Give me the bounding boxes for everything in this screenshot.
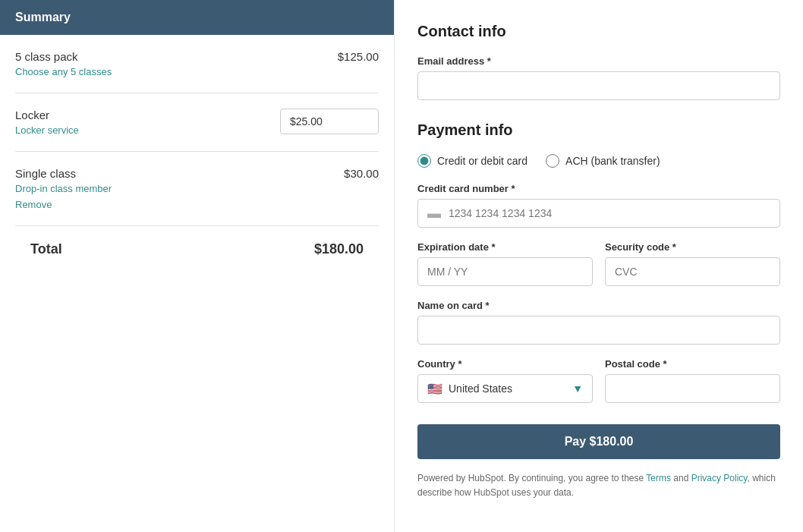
expiry-group: Expiration date * [417, 241, 593, 286]
radio-ach-label: ACH (bank transfer) [565, 155, 660, 167]
total-label: Total [30, 241, 62, 257]
expiry-input[interactable] [417, 257, 593, 286]
name-on-card-input[interactable] [417, 316, 780, 345]
postal-group: Postal code * [605, 358, 780, 403]
cc-number-label: Credit card number * [417, 183, 780, 194]
privacy-link[interactable]: Privacy Policy [691, 473, 748, 483]
radio-card-label: Credit or debit card [437, 155, 527, 167]
email-input[interactable] [417, 71, 780, 100]
summary-panel: Summary 5 class pack Choose any 5 classe… [0, 0, 395, 532]
contact-section: Contact info Email address * [417, 23, 780, 100]
summary-item-locker: Locker Locker service [15, 93, 379, 152]
expiry-cvc-row: Expiration date * Security code * [417, 241, 780, 286]
item-price-classpack: $125.00 [338, 50, 379, 63]
payment-options: Credit or debit card ACH (bank transfer) [417, 154, 780, 168]
email-label: Email address * [417, 55, 780, 67]
summary-header: Summary [0, 0, 394, 35]
credit-card-icon: ▬ [427, 206, 441, 222]
footer-text-before: Powered by HubSpot. By continuing, you a… [417, 473, 646, 483]
summary-item-singleclass: Single class Drop-in class member Remove… [15, 152, 379, 226]
radio-option-ach[interactable]: ACH (bank transfer) [546, 154, 660, 168]
item-name-singleclass: Single class [15, 167, 112, 180]
country-postal-row: Country * 🇺🇸 United States Canada United… [417, 358, 780, 403]
country-group: Country * 🇺🇸 United States Canada United… [417, 358, 593, 403]
expiry-label: Expiration date * [417, 241, 593, 253]
us-flag-icon: 🇺🇸 [427, 382, 442, 396]
pay-button[interactable]: Pay $180.00 [417, 424, 780, 459]
cvc-group: Security code * [605, 241, 780, 286]
total-amount: $180.00 [314, 241, 364, 257]
footer-text: Powered by HubSpot. By continuing, you a… [417, 471, 780, 500]
contact-title: Contact info [417, 23, 780, 40]
remove-link[interactable]: Remove [15, 199, 52, 210]
summary-title: Summary [15, 11, 71, 24]
footer-and-text: and [671, 473, 691, 483]
item-sub-singleclass: Drop-in class member [15, 183, 112, 194]
radio-ach[interactable] [546, 154, 559, 168]
cc-number-wrapper: ▬ [417, 199, 780, 228]
item-name-locker: Locker [15, 109, 79, 121]
item-name-classpack: 5 class pack [15, 50, 112, 63]
postal-input[interactable] [605, 374, 780, 403]
cc-number-input[interactable] [449, 200, 770, 227]
summary-body: 5 class pack Choose any 5 classes $125.0… [0, 35, 394, 272]
item-sub-classpack[interactable]: Choose any 5 classes [15, 66, 112, 77]
name-on-card-label: Name on card * [417, 300, 780, 311]
payment-title: Payment info [417, 121, 780, 139]
right-panel: Contact info Email address * Payment inf… [395, 0, 803, 532]
radio-card[interactable] [417, 154, 431, 168]
summary-item-classpack: 5 class pack Choose any 5 classes $125.0… [15, 35, 379, 93]
total-row: Total $180.00 [15, 226, 379, 272]
cc-number-group: Credit card number * ▬ [417, 183, 780, 228]
cvc-label: Security code * [605, 241, 780, 253]
country-select[interactable]: United States Canada United Kingdom [449, 375, 572, 402]
item-sub-locker: Locker service [15, 124, 79, 136]
locker-price-input[interactable] [280, 109, 379, 134]
terms-link[interactable]: Terms [646, 473, 671, 483]
cvc-input[interactable] [605, 257, 780, 286]
chevron-down-icon: ▼ [572, 382, 583, 395]
country-label: Country * [417, 358, 593, 370]
radio-option-card[interactable]: Credit or debit card [417, 154, 527, 168]
payment-section: Payment info Credit or debit card ACH (b… [417, 121, 780, 500]
name-on-card-group: Name on card * [417, 300, 780, 345]
country-select-wrapper: 🇺🇸 United States Canada United Kingdom ▼ [417, 374, 593, 403]
postal-label: Postal code * [605, 358, 780, 370]
item-price-singleclass: $30.00 [344, 167, 379, 180]
email-form-group: Email address * [417, 55, 780, 100]
